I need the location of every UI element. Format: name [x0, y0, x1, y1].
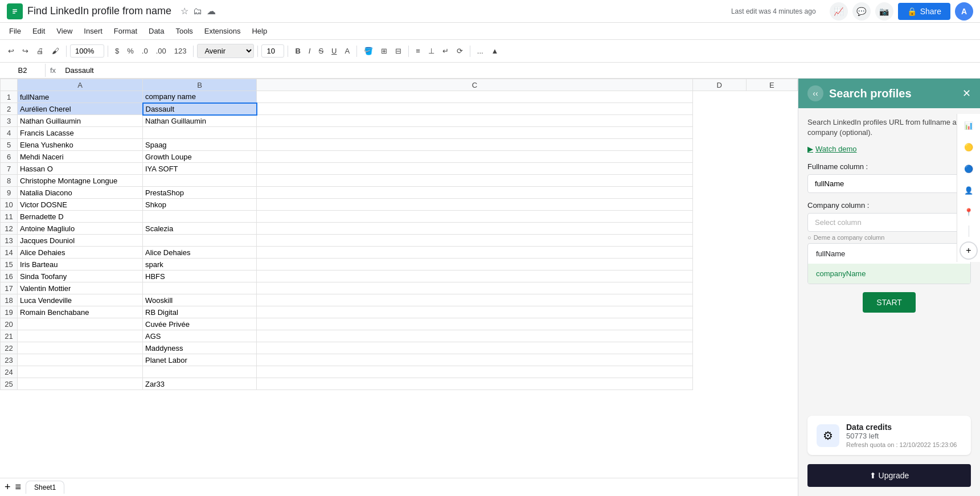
start-button[interactable]: START [863, 292, 916, 313]
cell-b[interactable]: Cuvée Privée [143, 318, 257, 330]
spreadsheet[interactable]: A B C D E 1fullNamecompany name2Aurélien… [0, 79, 798, 496]
cell-b[interactable]: Growth Loupe [143, 151, 257, 163]
cell-b[interactable]: Maddyness [143, 342, 257, 354]
currency-button[interactable]: $ [112, 44, 122, 58]
print-button[interactable]: 🖨 [33, 44, 47, 58]
cell-c[interactable] [257, 342, 693, 354]
cell-a[interactable]: Luca Vendeville [18, 294, 143, 306]
cell-c[interactable] [257, 199, 693, 211]
add-side-button[interactable]: + [960, 241, 978, 260]
menu-format[interactable]: Format [109, 25, 142, 37]
cell-a[interactable]: Elena Yushenko [18, 139, 143, 151]
side-icon-2[interactable]: 🟡 [960, 138, 978, 156]
cell-reference-input[interactable] [0, 64, 46, 77]
cell-a[interactable]: Bernadette D [18, 211, 143, 223]
col-header-a[interactable]: A [18, 79, 143, 91]
side-icon-3[interactable]: 🔵 [960, 159, 978, 178]
font-size-input[interactable] [261, 44, 284, 58]
menu-help[interactable]: Help [247, 25, 272, 37]
italic-button[interactable]: I [305, 44, 314, 58]
cell-b[interactable] [143, 127, 257, 139]
underline-button[interactable]: U [328, 44, 340, 58]
panel-close-button[interactable]: ✕ [962, 87, 971, 100]
cell-b[interactable]: Alice Dehaies [143, 247, 257, 259]
cell-c[interactable] [257, 127, 693, 139]
side-icon-4[interactable]: 👤 [960, 181, 978, 199]
h-align-button[interactable]: ≡ [412, 44, 424, 58]
cell-b[interactable] [143, 366, 257, 378]
panel-back-button[interactable]: ‹‹ [807, 85, 823, 101]
cell-a[interactable]: Victor DOSNE [18, 199, 143, 211]
format123-button[interactable]: 123 [171, 44, 190, 58]
cell-a[interactable] [18, 378, 143, 390]
cell-c[interactable] [257, 115, 693, 127]
share-button[interactable]: 🔒 Share [898, 3, 950, 20]
cell-c[interactable] [257, 187, 693, 199]
cell-c[interactable] [257, 366, 693, 378]
strikethrough-button[interactable]: S [315, 44, 327, 58]
cell-c[interactable] [257, 223, 693, 235]
cell-a[interactable]: Aurélien Cherel [18, 103, 143, 115]
cell-b[interactable]: Shkop [143, 199, 257, 211]
col-header-d[interactable]: D [692, 79, 746, 91]
menu-view[interactable]: View [52, 25, 77, 37]
col-header-e[interactable]: E [746, 79, 797, 91]
redo-button[interactable]: ↪ [19, 44, 32, 58]
cell-c[interactable] [257, 330, 693, 342]
cell-b[interactable]: Wooskill [143, 294, 257, 306]
cell-b[interactable]: RB Digital [143, 306, 257, 318]
v-align-button[interactable]: ⊥ [425, 44, 438, 58]
cell-a[interactable]: Nathan Guillaumin [18, 115, 143, 127]
menu-tools[interactable]: Tools [171, 25, 197, 37]
cell-b[interactable]: IYA SOFT [143, 163, 257, 175]
cell-b[interactable]: PrestaShop [143, 187, 257, 199]
cell-c[interactable] [257, 247, 693, 259]
cell-a[interactable]: Francis Lacasse [18, 127, 143, 139]
menu-extensions[interactable]: Extensions [200, 25, 245, 37]
fullname-column-dropdown[interactable]: fullName ▾ [807, 174, 971, 193]
cell-b[interactable]: Spaag [143, 139, 257, 151]
cell-a[interactable]: Mehdi Naceri [18, 151, 143, 163]
merge-button[interactable]: ⊟ [392, 44, 405, 58]
cell-b[interactable]: Scalezia [143, 223, 257, 235]
option-companyname[interactable]: companyName [808, 264, 970, 284]
cell-b[interactable]: Dassault [143, 103, 257, 115]
sheet-menu-button[interactable]: ≡ [15, 481, 22, 493]
cell-c[interactable] [257, 354, 693, 366]
side-icon-1[interactable]: 📊 [960, 116, 978, 134]
cell-b[interactable]: company name [143, 91, 257, 103]
cell-b[interactable]: Zar33 [143, 378, 257, 390]
percent-button[interactable]: % [124, 44, 137, 58]
decimal0-button[interactable]: .0 [138, 44, 151, 58]
cell-c[interactable] [257, 91, 693, 103]
cell-c[interactable] [257, 270, 693, 282]
formula-input[interactable] [60, 64, 980, 77]
undo-button[interactable]: ↩ [5, 44, 18, 58]
cell-c[interactable] [257, 103, 693, 115]
decimal00-button[interactable]: .00 [153, 44, 170, 58]
star-icon[interactable]: ☆ [181, 6, 188, 17]
folder-icon[interactable]: 🗂 [193, 6, 202, 17]
menu-file[interactable]: File [5, 25, 26, 37]
zoom-input[interactable] [70, 44, 104, 58]
cell-a[interactable] [18, 366, 143, 378]
cell-a[interactable] [18, 342, 143, 354]
text-rotate-button[interactable]: ⟳ [453, 44, 466, 58]
cell-b[interactable]: Nathan Guillaumin [143, 115, 257, 127]
cell-c[interactable] [257, 306, 693, 318]
cell-c[interactable] [257, 378, 693, 390]
comment-icon[interactable]: 💬 [852, 2, 871, 21]
cell-c[interactable] [257, 282, 693, 294]
avatar[interactable]: A [955, 2, 973, 21]
chart-icon[interactable]: 📈 [830, 2, 848, 21]
company-column-dropdown[interactable]: Select column ▾ [807, 213, 971, 232]
more-button[interactable]: ... [474, 44, 487, 58]
col-header-c[interactable]: C [257, 79, 693, 91]
cell-a[interactable]: Iris Barteau [18, 259, 143, 270]
cell-c[interactable] [257, 151, 693, 163]
menu-edit[interactable]: Edit [28, 25, 50, 37]
bold-button[interactable]: B [292, 44, 304, 58]
borders-button[interactable]: ⊞ [378, 44, 391, 58]
cell-c[interactable] [257, 294, 693, 306]
cell-a[interactable]: Antoine Magliulo [18, 223, 143, 235]
